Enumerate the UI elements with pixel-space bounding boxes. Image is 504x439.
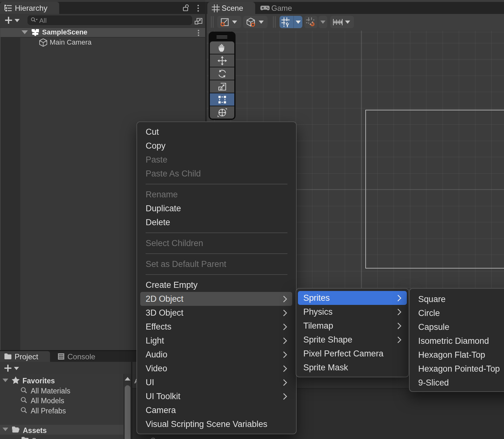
svg-text:Y: Y <box>286 22 289 28</box>
